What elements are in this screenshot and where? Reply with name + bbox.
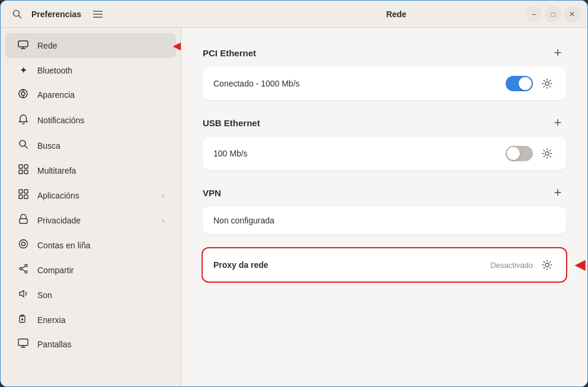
main-content: PCI Ethernet + Conectado - 1000 Mb/s USB… (181, 28, 587, 386)
svg-point-38 (545, 82, 549, 85)
notificacions-icon (17, 114, 29, 127)
sidebar-item-son[interactable]: Son (5, 283, 176, 307)
contas-icon (17, 239, 29, 251)
enerxia-icon (17, 314, 29, 326)
svg-rect-14 (19, 165, 23, 168)
vpn-section-header: VPN + (203, 184, 566, 201)
pci-ethernet-card-label: Conectado - 1000 Mb/s (213, 79, 506, 88)
sidebar-item-rede[interactable]: Rede ◀ (5, 33, 176, 58)
usb-ethernet-add-button[interactable]: + (549, 114, 566, 131)
sidebar-item-privacidade[interactable]: Privacidade › (5, 208, 176, 232)
sidebar: Rede ◀ ✦ Bluetooth Aparencia (1, 28, 181, 386)
svg-rect-18 (19, 190, 23, 193)
busca-icon (17, 139, 29, 152)
compartir-icon (17, 264, 29, 276)
usb-ethernet-section-header: USB Ethernet + (203, 114, 566, 131)
svg-rect-35 (18, 339, 28, 346)
usb-ethernet-toggle[interactable] (506, 146, 533, 161)
pci-ethernet-add-button[interactable]: + (549, 44, 566, 61)
sidebar-item-aparencia[interactable]: Aparencia (5, 82, 176, 107)
usb-ethernet-card: 100 Mb/s (203, 137, 566, 170)
svg-line-29 (22, 270, 25, 271)
sidebar-item-label: Contas en liña (37, 241, 91, 250)
sidebar-item-aplicacions[interactable]: Aplicacións › (5, 183, 176, 207)
sidebar-item-label: Notificacións (37, 116, 84, 125)
svg-point-26 (20, 268, 22, 270)
proxy-title: Proxy da rede (213, 260, 490, 270)
toggle-knob (519, 77, 532, 90)
sidebar-red-arrow: ◀ (173, 39, 181, 53)
pci-ethernet-card: Conectado - 1000 Mb/s (203, 67, 566, 100)
chevron-icon: › (162, 216, 164, 225)
sidebar-item-label: Multitarefa (37, 166, 76, 175)
privacidade-icon (17, 214, 29, 226)
svg-rect-19 (24, 190, 28, 193)
sidebar-item-multitarefa[interactable]: Multitarefa (5, 158, 176, 183)
rede-icon (17, 39, 29, 52)
main-window: Preferencias Rede – □ ✕ (0, 0, 588, 387)
usb-ethernet-title: USB Ethernet (203, 118, 260, 128)
sidebar-item-label: Privacidade (37, 216, 81, 225)
aparencia-icon (17, 88, 29, 101)
search-button[interactable] (8, 5, 27, 24)
sidebar-item-notificacions[interactable]: Notificacións (5, 108, 176, 133)
sidebar-item-label: Compartir (37, 266, 74, 275)
sidebar-item-busca[interactable]: Busca (5, 133, 176, 158)
close-button[interactable]: ✕ (564, 6, 580, 23)
sidebar-item-pantallas[interactable]: Pantallas (5, 332, 176, 356)
sidebar-item-enerxia[interactable]: Enerxia (5, 308, 176, 332)
svg-point-39 (545, 152, 549, 155)
pci-ethernet-section-header: PCI Ethernet + (203, 44, 566, 61)
sidebar-item-label: Son (37, 290, 52, 300)
svg-rect-21 (24, 195, 28, 199)
vpn-card: Non configurada (203, 207, 566, 234)
proxy-section: Proxy da rede Desactivado ◀ (203, 248, 566, 282)
sidebar-item-contas[interactable]: Contas en liña (5, 233, 176, 257)
aplicacions-icon (17, 189, 29, 202)
sidebar-title: Preferencias (31, 9, 81, 19)
menu-button[interactable] (88, 5, 107, 24)
window-controls: – □ ✕ (526, 6, 580, 23)
titlebar-left: Preferencias (8, 5, 267, 24)
svg-point-40 (545, 263, 549, 267)
svg-line-1 (19, 15, 21, 18)
pci-ethernet-title: PCI Ethernet (203, 48, 256, 58)
svg-line-13 (25, 146, 27, 148)
svg-point-23 (19, 240, 27, 248)
svg-rect-5 (18, 41, 28, 47)
usb-ethernet-gear-button[interactable] (539, 145, 555, 162)
maximize-button[interactable]: □ (545, 6, 561, 23)
sidebar-item-label: Pantallas (37, 340, 72, 349)
svg-rect-15 (24, 165, 28, 168)
sidebar-item-compartir[interactable]: Compartir (5, 258, 176, 282)
vpn-add-button[interactable]: + (549, 184, 566, 201)
sidebar-item-label: Rede (37, 41, 57, 50)
svg-marker-30 (20, 290, 24, 297)
pci-ethernet-gear-button[interactable] (539, 75, 555, 92)
svg-point-9 (21, 92, 25, 95)
window-title: Rede (267, 9, 526, 19)
multitarefa-icon (17, 164, 29, 177)
proxy-status: Desactivado (490, 261, 533, 270)
sidebar-item-bluetooth[interactable]: ✦ Bluetooth (5, 59, 176, 82)
son-icon (17, 289, 29, 301)
titlebar: Preferencias Rede – □ ✕ (1, 1, 587, 28)
minimize-button[interactable]: – (526, 6, 542, 23)
proxy-arrow-indicator: ◀ (575, 257, 585, 273)
sidebar-item-label: Aparencia (37, 90, 75, 100)
bluetooth-icon: ✦ (17, 65, 29, 76)
svg-rect-22 (20, 219, 27, 223)
vpn-card-label: Non configurada (213, 216, 274, 225)
svg-line-28 (22, 267, 25, 268)
svg-point-24 (21, 242, 25, 246)
svg-point-27 (25, 271, 27, 273)
usb-ethernet-card-label: 100 Mb/s (213, 149, 506, 158)
chevron-icon: › (162, 191, 164, 200)
vpn-title: VPN (203, 188, 221, 198)
svg-rect-17 (24, 170, 28, 174)
proxy-gear-button[interactable] (539, 257, 555, 273)
sidebar-item-label: Aplicacións (37, 191, 79, 200)
pci-ethernet-toggle[interactable] (506, 76, 533, 91)
proxy-card: Proxy da rede Desactivado (203, 248, 566, 282)
sidebar-item-label: Bluetooth (37, 66, 72, 75)
